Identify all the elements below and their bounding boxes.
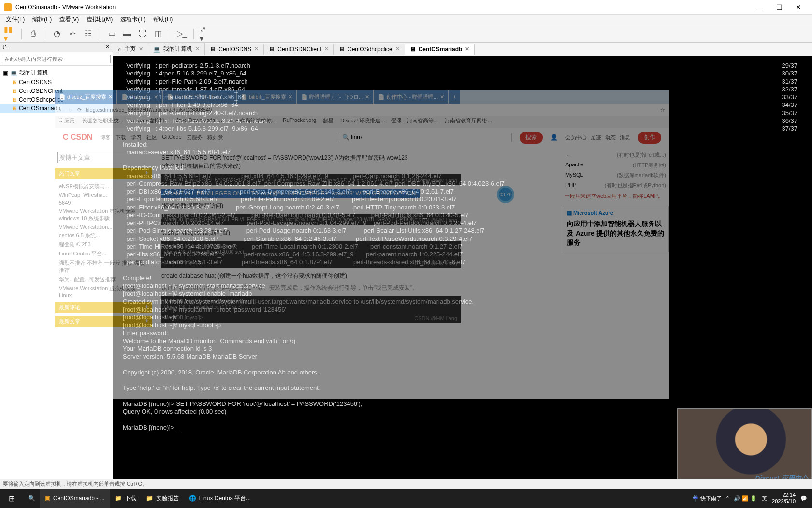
menu-help[interactable]: 帮助(H) (149, 15, 177, 24)
webcam-pip[interactable]: Discuz! 应用中心 (677, 408, 812, 486)
webcam-feed (678, 409, 811, 485)
send-ctrl-alt-del-button[interactable]: ⎙ (28, 28, 39, 40)
tree-vm-item[interactable]: CentOSDNS (0, 78, 113, 87)
vm-icon (12, 79, 17, 86)
console-button[interactable]: ▷_ (176, 28, 188, 40)
tab-vm[interactable]: 🖥CentOSdhcpclice✕ (334, 44, 405, 55)
library-search-input[interactable] (2, 55, 111, 63)
snapshot-button[interactable]: ◔ (51, 28, 63, 40)
search-button[interactable]: 🔍 (23, 489, 40, 508)
taskbar-item[interactable]: 📁下载 (110, 489, 141, 508)
stretch-button[interactable]: ⤢ ▾ (200, 28, 211, 40)
taskbar-item[interactable]: 🌐Linux Centos 平台... (184, 489, 256, 508)
tree-my-computer[interactable]: ▣ 💻 我的计算机 (0, 68, 113, 78)
library-panel: 库 ✕ ▣ 💻 我的计算机 CentOSDNS CentOSDNClient C… (0, 43, 113, 489)
close-button[interactable]: ✕ (789, 3, 808, 11)
taskbar-clock[interactable]: 22:14 2022/5/10 (772, 492, 796, 505)
window-title: CentOSmariadb - VMware Workstation (15, 4, 750, 11)
vm-icon (12, 88, 17, 94)
home-icon: ⌂ (118, 46, 121, 53)
close-icon[interactable]: ✕ (395, 46, 400, 52)
pc-icon: 💻 (10, 70, 17, 76)
taskbar-item[interactable]: 📁实验报告 (141, 489, 184, 508)
expand-icon[interactable]: ▣ (3, 70, 8, 76)
vm-icon: 🖥 (210, 46, 216, 53)
vm-icon: 🖥 (410, 46, 416, 53)
tree-vm-item[interactable]: CentOSdhcpclice (0, 95, 113, 104)
tree-vm-item[interactable]: CentOSmariadb (0, 104, 113, 113)
view-single-button[interactable]: ▭ (106, 28, 117, 40)
menu-edit[interactable]: 编辑(E) (29, 15, 56, 24)
tray-icons[interactable]: 🔊 📶 🔋 (734, 495, 757, 502)
tab-vm[interactable]: 🖥CentOSmariadb✕ (405, 44, 475, 55)
fullscreen-button[interactable]: ⛶ (137, 28, 148, 40)
menu-bar: 文件(F) 编辑(E) 查看(V) 虚拟机(M) 选项卡(T) 帮助(H) (0, 15, 812, 25)
manage-snapshot-button[interactable]: ☷ (82, 28, 94, 40)
tree-vm-item[interactable]: CentOSDNClient (0, 87, 113, 95)
vm-tree: ▣ 💻 我的计算机 CentOSDNS CentOSDNClient CentO… (0, 66, 113, 115)
library-close-icon[interactable]: ✕ (105, 44, 110, 51)
taskbar-item[interactable]: ▣CentOSmariadb - ... (40, 489, 110, 508)
menu-view[interactable]: 查看(V) (56, 15, 83, 24)
menu-tabs[interactable]: 选项卡(T) (116, 15, 149, 24)
window-titlebar: CentOSmariadb - VMware Workstation — ☐ ✕ (0, 0, 812, 15)
vm-icon (12, 96, 17, 103)
close-icon[interactable]: ✕ (324, 46, 329, 52)
toolbar: ▮▮ ▾ ⎙ ◔ ⤺ ☷ ▭ ▬ ⛶ ◫ ▷_ ⤢ ▾ (0, 25, 812, 43)
notification-icon[interactable]: 💬 (800, 495, 807, 502)
vm-icon (12, 105, 17, 112)
menu-file[interactable]: 文件(F) (2, 15, 29, 24)
tab-vm[interactable]: 🖥CentOSDNS✕ (205, 44, 264, 55)
library-title: 库 (3, 44, 8, 51)
start-button[interactable]: ⊞ (0, 494, 23, 503)
ime-icon[interactable]: 英 (762, 495, 767, 502)
vm-icon: 🖥 (339, 46, 345, 53)
minimize-button[interactable]: — (750, 3, 769, 11)
windows-taskbar: ⊞ 🔍 ▣CentOSmariadb - ... 📁下载 📁实验报告 🌐Linu… (0, 489, 812, 508)
view-tabs-button[interactable]: ▬ (121, 28, 133, 40)
system-tray: ☔ 快下雨了 ^ 🔊 📶 🔋 英 22:14 2022/5/10 💬 (687, 492, 812, 505)
unity-button[interactable]: ◫ (152, 28, 164, 40)
tab-my-computer[interactable]: 💻我的计算机✕ (148, 43, 205, 55)
revert-button[interactable]: ⤺ (67, 28, 78, 40)
vm-tabs: ⌂主页✕ 💻我的计算机✕ 🖥CentOSDNS✕ 🖥CentOSDNClient… (113, 43, 812, 56)
close-icon[interactable]: ✕ (254, 46, 259, 52)
tab-home[interactable]: ⌂主页✕ (113, 43, 148, 55)
status-bar: 要将输入定向到该虚拟机，请在虚拟机内部单击或按 Ctrl+G。 (0, 479, 812, 489)
maximize-button[interactable]: ☐ (769, 3, 789, 11)
vm-icon: 🖥 (269, 46, 275, 53)
close-icon[interactable]: ✕ (195, 46, 200, 52)
vmware-icon (4, 3, 12, 11)
tray-up-icon[interactable]: ^ (726, 495, 729, 501)
pause-button[interactable]: ▮▮ ▾ (4, 28, 15, 40)
close-icon[interactable]: ✕ (139, 46, 143, 52)
weather-widget[interactable]: ☔ 快下雨了 (692, 495, 722, 502)
pc-icon: 💻 (153, 46, 160, 53)
menu-vm[interactable]: 虚拟机(M) (83, 15, 116, 24)
close-icon[interactable]: ✕ (465, 46, 469, 52)
tab-vm[interactable]: 🖥CentOSDNClient✕ (264, 44, 334, 55)
